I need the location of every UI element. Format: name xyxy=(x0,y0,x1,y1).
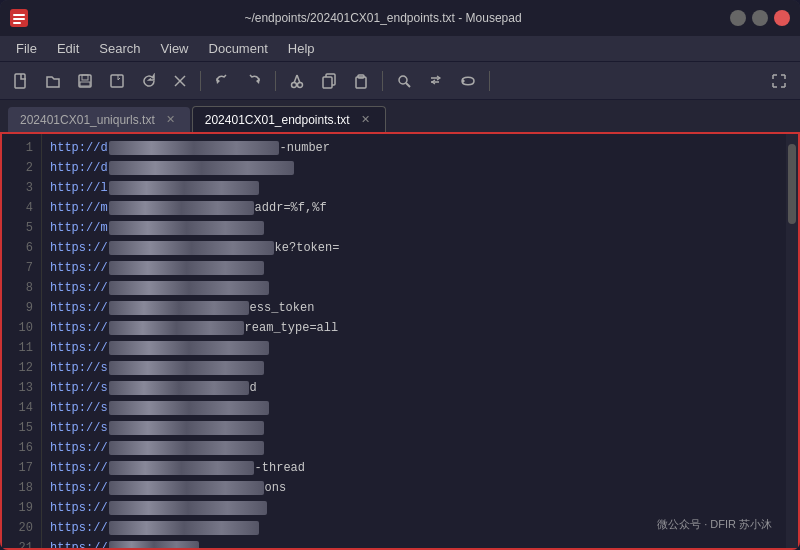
blurred-url-segment xyxy=(109,381,249,395)
svg-rect-2 xyxy=(13,18,25,20)
maximize-button[interactable] xyxy=(752,10,768,26)
blurred-url-segment xyxy=(109,181,259,195)
menu-document[interactable]: Document xyxy=(201,39,276,58)
close-button[interactable] xyxy=(774,10,790,26)
tab-endpoints[interactable]: 202401CX01_endpoints.txt ✕ xyxy=(192,106,386,132)
blurred-url-segment xyxy=(109,281,269,295)
redo-button[interactable] xyxy=(241,69,267,93)
svg-point-19 xyxy=(399,76,407,84)
minimize-button[interactable] xyxy=(730,10,746,26)
tab-uniqurls-close[interactable]: ✕ xyxy=(163,112,178,127)
tab-endpoints-close[interactable]: ✕ xyxy=(358,112,373,127)
scrollbar-thumb[interactable] xyxy=(788,144,796,224)
url-prefix: http://s xyxy=(50,358,108,378)
svg-line-20 xyxy=(406,83,410,87)
menu-search[interactable]: Search xyxy=(91,39,148,58)
copy-button[interactable] xyxy=(316,69,342,93)
replace-button[interactable] xyxy=(423,69,449,93)
toolbar-separator-1 xyxy=(200,71,201,91)
menu-file[interactable]: File xyxy=(8,39,45,58)
url-prefix: https:// xyxy=(50,278,108,298)
blurred-url-segment xyxy=(109,541,199,548)
menu-edit[interactable]: Edit xyxy=(49,39,87,58)
url-prefix: https:// xyxy=(50,338,108,358)
blurred-url-segment xyxy=(109,421,264,435)
code-content[interactable]: http://d -numberhttp://d http://l http:/… xyxy=(42,134,786,548)
code-line: https:// xyxy=(50,438,778,458)
find-button[interactable] xyxy=(391,69,417,93)
code-line: https:// xyxy=(50,258,778,278)
url-prefix: https:// xyxy=(50,498,108,518)
code-line: https:// ke?token= xyxy=(50,238,778,258)
url-prefix: https:// xyxy=(50,298,108,318)
close-file-button[interactable] xyxy=(168,70,192,92)
svg-line-14 xyxy=(297,75,300,83)
url-suffix: ke?token= xyxy=(275,238,340,258)
menu-view[interactable]: View xyxy=(153,39,197,58)
blurred-url-segment xyxy=(109,201,254,215)
new-button[interactable] xyxy=(8,69,34,93)
window-title: ~/endpoints/202401CX01_endpoints.txt - M… xyxy=(36,11,730,25)
url-prefix: https:// xyxy=(50,438,108,458)
code-line: https:// -thread xyxy=(50,458,778,478)
code-line: https:// ess_token xyxy=(50,298,778,318)
toolbar-separator-2 xyxy=(275,71,276,91)
blurred-url-segment xyxy=(109,441,264,455)
save-as-button[interactable] xyxy=(104,69,130,93)
tab-uniqurls[interactable]: 202401CX01_uniqurls.txt ✕ xyxy=(8,107,190,132)
svg-rect-5 xyxy=(79,75,91,87)
url-suffix: -thread xyxy=(255,458,305,478)
url-prefix: http://s xyxy=(50,378,108,398)
url-prefix: http://s xyxy=(50,398,108,418)
undo2-button[interactable] xyxy=(455,69,481,93)
url-prefix: http://m xyxy=(50,218,108,238)
svg-rect-4 xyxy=(15,74,25,88)
open-button[interactable] xyxy=(40,69,66,93)
url-prefix: http://m xyxy=(50,198,108,218)
svg-rect-8 xyxy=(111,75,123,87)
code-line: http://d -number xyxy=(50,138,778,158)
url-suffix: d xyxy=(250,378,257,398)
blurred-url-segment xyxy=(109,241,274,255)
url-prefix: https:// xyxy=(50,518,108,538)
editor-area: 12345 678910 1112131415 1617181920 21 ht… xyxy=(0,132,800,550)
code-line: https:// xyxy=(50,278,778,298)
blurred-url-segment xyxy=(109,261,264,275)
url-prefix: http://d xyxy=(50,138,108,158)
code-line: http://d xyxy=(50,158,778,178)
paste-button[interactable] xyxy=(348,69,374,93)
code-line: https:// ons xyxy=(50,478,778,498)
url-suffix: ons xyxy=(265,478,287,498)
menu-help[interactable]: Help xyxy=(280,39,323,58)
tab-uniqurls-label: 202401CX01_uniqurls.txt xyxy=(20,113,155,127)
code-line: http://m addr=%f,%f xyxy=(50,198,778,218)
scrollbar[interactable] xyxy=(786,134,798,548)
toolbar-separator-3 xyxy=(382,71,383,91)
cut-button[interactable] xyxy=(284,69,310,93)
url-suffix: ream_type=all xyxy=(245,318,339,338)
fullscreen-button[interactable] xyxy=(766,69,792,93)
code-line: http://s d xyxy=(50,378,778,398)
url-suffix: addr=%f,%f xyxy=(255,198,327,218)
blurred-url-segment xyxy=(109,481,264,495)
blurred-url-segment xyxy=(109,361,264,375)
svg-rect-1 xyxy=(13,14,25,16)
save-button[interactable] xyxy=(72,69,98,93)
code-line: https:// xyxy=(50,538,778,548)
window-controls[interactable] xyxy=(730,10,790,26)
svg-line-13 xyxy=(294,75,297,83)
svg-rect-7 xyxy=(80,82,90,86)
url-prefix: http://d xyxy=(50,158,108,178)
blurred-url-segment xyxy=(109,141,279,155)
tab-endpoints-label: 202401CX01_endpoints.txt xyxy=(205,113,350,127)
code-line: http://m xyxy=(50,218,778,238)
code-line: http://s xyxy=(50,398,778,418)
app-icon xyxy=(10,9,28,27)
reload-button[interactable] xyxy=(136,69,162,93)
code-line: https:// ream_type=all xyxy=(50,318,778,338)
line-numbers: 12345 678910 1112131415 1617181920 21 xyxy=(2,134,42,548)
undo-button[interactable] xyxy=(209,69,235,93)
blurred-url-segment xyxy=(109,161,294,175)
toolbar-separator-4 xyxy=(489,71,490,91)
svg-rect-3 xyxy=(13,22,21,24)
